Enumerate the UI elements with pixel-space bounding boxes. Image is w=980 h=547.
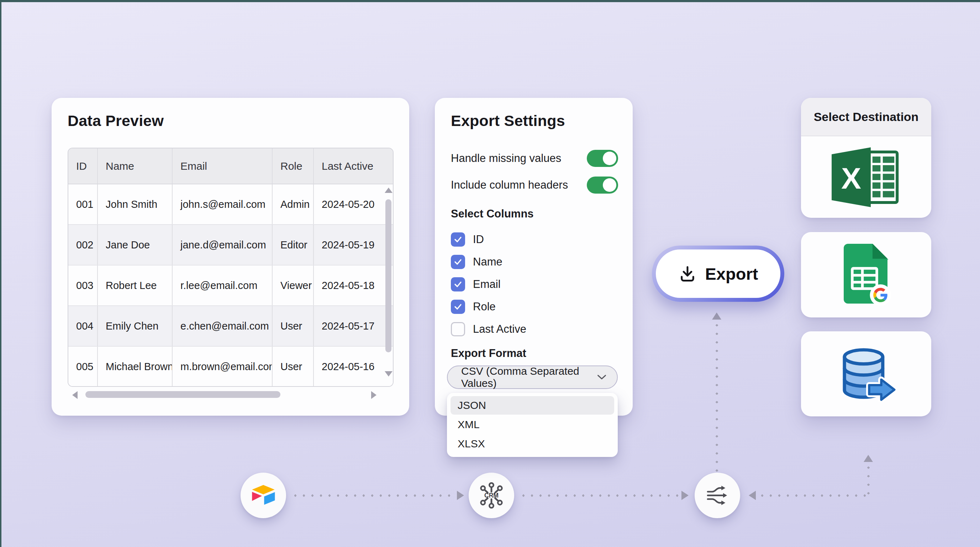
dotted-connector-destinations-to-fanout <box>758 495 869 497</box>
checkbox-row-role[interactable]: Role <box>451 299 496 314</box>
checkbox-checked-icon[interactable] <box>451 277 465 291</box>
checkbox-label: Last Active <box>473 323 526 336</box>
data-preview-title: Data Preview <box>68 112 164 130</box>
checkbox-label: Name <box>473 256 503 268</box>
cell-role: User <box>272 306 313 346</box>
select-destination-title: Select Destination <box>814 110 919 124</box>
table-row: 002 Jane Doe jane.d@email.com Editor 202… <box>68 224 394 265</box>
table-row: 003 Robert Lee r.lee@email.com Viewer 20… <box>68 265 394 306</box>
cell-id: 004 <box>68 306 97 346</box>
cell-role: Editor <box>272 224 313 265</box>
dropdown-option-xml[interactable]: XML <box>450 415 614 434</box>
toggle-row-missing-values: Handle missing values <box>451 149 618 167</box>
data-preview-card: Data Preview ID Name Email Role Last Act… <box>52 98 409 416</box>
vertical-scrollbar-thumb[interactable] <box>385 199 391 352</box>
export-settings-title: Export Settings <box>451 112 565 130</box>
cell-email: e.chen@email.com <box>172 306 272 346</box>
download-icon <box>678 264 697 283</box>
column-header-name: Name <box>97 148 172 184</box>
dotted-connector-crm-to-fanout <box>519 495 679 497</box>
checkbox-unchecked-icon[interactable] <box>451 322 465 336</box>
toggle-label: Include column headers <box>451 179 568 191</box>
chevron-down-icon <box>597 374 606 380</box>
cell-last-active: 2024-05-17 <box>313 306 394 346</box>
scroll-left-arrow-icon[interactable] <box>72 391 78 399</box>
checkbox-checked-icon[interactable] <box>451 255 465 269</box>
destination-card-excel[interactable]: Select Destination X <box>801 98 931 218</box>
scroll-down-arrow-icon[interactable] <box>385 371 393 377</box>
cell-id: 003 <box>68 265 97 306</box>
dropdown-option-json[interactable]: JSON <box>450 396 614 415</box>
cell-name: Emily Chen <box>97 306 172 346</box>
window-top-border <box>0 0 980 2</box>
table-row: 001 John Smith john.s@email.com Admin 20… <box>68 184 394 224</box>
cell-name: John Smith <box>97 184 172 224</box>
excel-icon: X <box>831 147 901 207</box>
airtable-node <box>240 472 286 518</box>
cell-name: Robert Lee <box>97 265 172 306</box>
fanout-node <box>695 472 740 518</box>
toggle-label: Handle missing values <box>451 152 561 164</box>
export-format-dropdown-menu: JSON XML XLSX <box>447 393 618 457</box>
export-button[interactable]: Export <box>652 246 784 302</box>
dotted-connector-fanout-to-export <box>716 321 718 472</box>
dotted-connector-vertical-destinations <box>867 463 870 495</box>
export-format-select[interactable]: CSV (Comma Separated Values) <box>447 366 618 389</box>
checkbox-row-id[interactable]: ID <box>451 232 484 247</box>
fan-out-arrows-icon <box>703 481 732 510</box>
window-left-border <box>0 0 2 547</box>
horizontal-scrollbar-thumb[interactable] <box>85 391 280 398</box>
checkbox-label: Role <box>473 301 496 313</box>
column-header-email: Email <box>172 148 272 184</box>
cell-last-active: 2024-05-16 <box>313 346 394 387</box>
checkbox-row-name[interactable]: Name <box>451 254 503 269</box>
export-button-label: Export <box>705 264 758 284</box>
column-header-id: ID <box>68 148 97 184</box>
toggle-row-column-headers: Include column headers <box>451 176 618 194</box>
cell-email: jane.d@email.com <box>172 224 272 265</box>
cell-email: m.brown@email.com <box>172 346 272 387</box>
data-preview-table: ID Name Email Role Last Active 001 John … <box>68 148 394 387</box>
select-destination-header: Select Destination <box>801 98 931 136</box>
scroll-up-arrow-icon[interactable] <box>385 188 393 193</box>
cell-last-active: 2024-05-18 <box>313 265 394 306</box>
cell-id: 005 <box>68 346 97 387</box>
scroll-right-arrow-icon[interactable] <box>371 391 377 399</box>
table-row: 005 Michael Brown m.brown@email.com User… <box>68 346 394 387</box>
checkbox-label: ID <box>473 233 484 246</box>
selected-format-value: CSV (Comma Separated Values) <box>461 365 597 390</box>
checkbox-checked-icon[interactable] <box>451 232 465 246</box>
database-export-icon <box>836 344 896 404</box>
cell-role: User <box>272 346 313 387</box>
checkbox-row-email[interactable]: Email <box>451 277 501 292</box>
checkbox-label: Email <box>473 278 501 291</box>
checkbox-checked-icon[interactable] <box>451 300 465 314</box>
airtable-icon <box>250 483 277 507</box>
dotted-connector-airtable-to-crm <box>291 495 455 497</box>
column-header-role: Role <box>272 148 313 184</box>
cell-role: Viewer <box>272 265 313 306</box>
cell-email: r.lee@email.com <box>172 265 272 306</box>
dropdown-option-xlsx[interactable]: XLSX <box>450 434 614 453</box>
cell-id: 002 <box>68 224 97 265</box>
handle-missing-values-toggle[interactable] <box>587 150 618 167</box>
destination-card-google-sheets[interactable] <box>801 232 931 318</box>
toggle-knob <box>603 152 616 165</box>
toggle-knob <box>603 178 616 192</box>
cell-role: Admin <box>272 184 313 224</box>
export-format-label: Export Format <box>451 347 526 360</box>
crm-node: CRM <box>469 472 514 518</box>
select-columns-label: Select Columns <box>451 207 534 220</box>
export-settings-card: Export Settings Handle missing values In… <box>435 98 633 416</box>
google-sheets-icon <box>840 243 893 307</box>
cell-email: john.s@email.com <box>172 184 272 224</box>
cell-last-active: 2024-05-19 <box>313 224 394 265</box>
checkbox-row-last-active[interactable]: Last Active <box>451 322 526 337</box>
include-column-headers-toggle[interactable] <box>587 177 618 194</box>
cell-name: Jane Doe <box>97 224 172 265</box>
crm-hub-icon: CRM <box>476 480 507 511</box>
destination-card-database[interactable] <box>801 331 931 417</box>
crm-label: CRM <box>484 492 498 499</box>
svg-text:X: X <box>841 162 861 195</box>
cell-id: 001 <box>68 184 97 224</box>
